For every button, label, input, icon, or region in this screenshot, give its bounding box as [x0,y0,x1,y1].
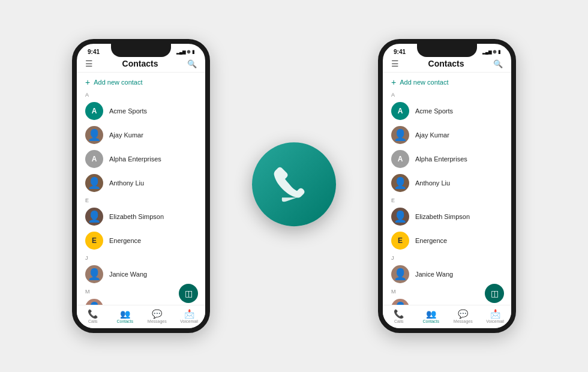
section-a-right: A [383,89,511,99]
dialpad-icon-right: ◫ [491,289,499,298]
battery-icon-left: ▮ [192,49,194,55]
nav-bar-left: ☰ Contacts 🔍 [77,56,205,73]
nav-messages-right[interactable]: 💬 Messages [447,309,479,323]
section-e-left: E [77,195,205,205]
list-item[interactable]: Ajay Kumar [383,123,511,147]
list-item[interactable]: Elizabeth Simpson [383,205,511,229]
list-item[interactable]: Anthony Liu [383,171,511,195]
time-left: 9:41 [88,49,100,55]
list-item[interactable]: A Acme Sports [383,99,511,123]
section-j-left: J [77,253,205,262]
fab-right[interactable]: ◫ [485,284,504,303]
menu-icon-right[interactable]: ☰ [391,59,399,68]
calls-icon-right: 📞 [394,309,404,319]
voicemail-label-left: Voicemail [180,319,198,323]
avatar [85,126,103,144]
contact-name: Ajay Kumar [109,131,143,139]
calls-label-left: Calls [88,319,98,323]
battery-icon-right: ▮ [498,49,500,55]
avatar [85,208,103,226]
plus-icon-right: + [391,77,396,87]
list-item[interactable]: E Energence [77,229,205,253]
nav-contacts-left[interactable]: 👥 Contacts [109,309,142,323]
nav-calls-left[interactable]: 📞 Calls [77,309,109,323]
avatar [391,174,409,192]
contact-name: Anthony Liu [415,179,450,187]
scene: 9:41 ▂▄▆ ⊛ ▮ ☰ Contacts 🔍 + Add new cont… [0,0,588,372]
search-icon-right[interactable]: 🔍 [493,59,503,68]
messages-icon-left: 💬 [152,309,162,319]
nav-contacts-right[interactable]: 👥 Contacts [415,309,448,323]
center-logo [252,142,336,226]
page-title-right: Contacts [428,59,464,68]
nav-bar-right: ☰ Contacts 🔍 [383,56,511,73]
avatar [85,265,103,283]
bottom-nav-left: 📞 Calls 👥 Contacts 💬 Messages 📩 Voicemai… [77,305,205,328]
add-contact-label-right: Add new contact [400,79,448,86]
messages-icon-right: 💬 [458,309,468,319]
phone-right: 9:41 ▂▄▆ ⊛ ▮ ☰ Contacts 🔍 + Add new cont… [378,39,516,333]
avatar: E [391,232,409,250]
notch-right [417,44,477,57]
avatar [85,174,103,192]
list-item[interactable]: Elizabeth Simpson [77,205,205,229]
nav-calls-right[interactable]: 📞 Calls [383,309,415,323]
contact-name: Alpha Enterprises [415,155,467,163]
signal-icon-right: ▂▄▆ [482,50,491,55]
contact-name: Elizabeth Simpson [415,213,470,220]
list-item[interactable]: A Acme Sports [77,99,205,123]
contact-name: Janice Wang [109,271,147,278]
calls-label-right: Calls [394,319,404,323]
list-item[interactable]: Anthony Liu [77,171,205,195]
avatar: A [85,102,103,120]
voicemail-label-right: Voicemail [486,319,504,323]
avatar: E [85,232,103,250]
wifi-icon-left: ⊛ [187,49,191,55]
list-item[interactable]: E Energence [383,229,511,253]
list-item[interactable]: Ajay Kumar [77,123,205,147]
logo-circle [252,142,336,226]
add-contact-right[interactable]: + Add new contact [383,73,511,89]
contact-name: Elizabeth Simpson [109,213,164,220]
contacts-label-right: Contacts [422,319,439,323]
contact-name: Energence [109,237,141,244]
plus-icon-left: + [85,77,90,87]
list-item[interactable]: A Alpha Enterprises [383,147,511,171]
notch-left [111,44,171,57]
status-icons-right: ▂▄▆ ⊛ ▮ [482,49,500,55]
nav-voicemail-left[interactable]: 📩 Voicemail [173,309,206,323]
nav-voicemail-right[interactable]: 📩 Voicemail [479,309,512,323]
contact-name: Janice Wang [415,271,453,278]
contact-name: Acme Sports [415,107,453,115]
phone-logo-svg [270,160,318,208]
contacts-icon-right: 👥 [426,309,436,319]
avatar: A [391,102,409,120]
avatar: A [85,150,103,168]
status-icons-left: ▂▄▆ ⊛ ▮ [176,49,194,55]
nav-messages-left[interactable]: 💬 Messages [141,309,173,323]
list-item[interactable]: Janice Wang [383,262,511,286]
add-contact-left[interactable]: + Add new contact [77,73,205,89]
messages-label-left: Messages [148,319,167,323]
section-a-left: A [77,89,205,99]
section-j-right: J [383,253,511,262]
avatar [391,265,409,283]
phone-left: 9:41 ▂▄▆ ⊛ ▮ ☰ Contacts 🔍 + Add new cont… [72,39,210,333]
contacts-label-left: Contacts [116,319,133,323]
wifi-icon-right: ⊛ [493,49,497,55]
list-item[interactable]: Janice Wang [77,262,205,286]
list-item[interactable]: A Alpha Enterprises [77,147,205,171]
section-e-right: E [383,195,511,205]
bottom-nav-right: 📞 Calls 👥 Contacts 💬 Messages 📩 Voicemai… [383,305,511,328]
menu-icon-left[interactable]: ☰ [85,59,93,68]
calls-icon-left: 📞 [88,309,98,319]
voicemail-icon-right: 📩 [490,309,500,319]
signal-icon-left: ▂▄▆ [176,50,185,55]
contact-name: Energence [415,237,447,244]
dialpad-icon-left: ◫ [185,289,193,298]
fab-left[interactable]: ◫ [179,284,198,303]
search-icon-left[interactable]: 🔍 [187,59,197,68]
contact-name: Acme Sports [109,107,147,115]
contacts-icon-left: 👥 [120,309,130,319]
messages-label-right: Messages [454,319,473,323]
